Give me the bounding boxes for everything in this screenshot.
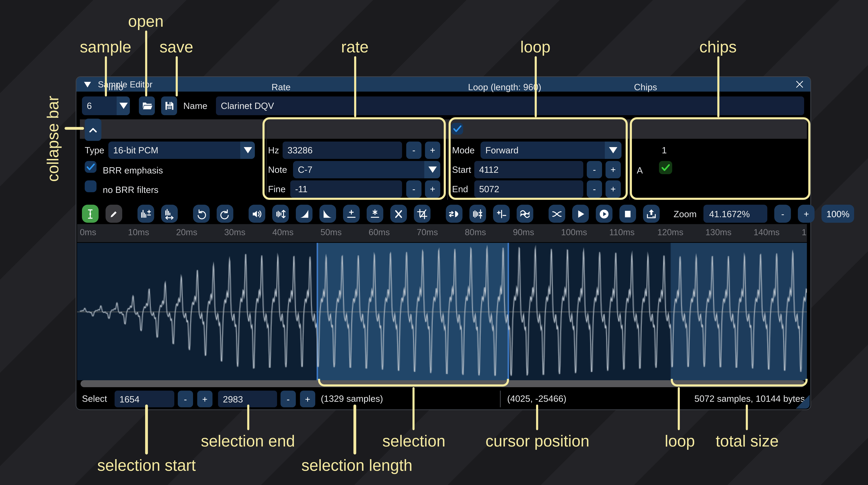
annotation-collapse-bar: collapse bar	[44, 81, 62, 182]
signed-unsigned-button[interactable]	[493, 205, 510, 223]
info-checkbox-label: no BRR filters	[103, 181, 158, 198]
total-size-text: 5072 samples, 10144 bytes	[694, 393, 805, 404]
chevron-up-icon	[88, 124, 99, 136]
annotation-line-sample	[104, 56, 107, 96]
close-icon[interactable]	[795, 79, 805, 90]
normalize-button[interactable]	[272, 205, 289, 223]
annotation-loop: loop	[520, 38, 551, 57]
preview-sample-button[interactable]	[596, 205, 613, 223]
insert-silence-button[interactable]	[343, 205, 360, 223]
window-titlebar[interactable]: Sample Editor	[76, 77, 810, 92]
annotation-sample: sample	[80, 38, 131, 57]
filter-icon	[519, 208, 530, 220]
selection-length-text: (1329 samples)	[321, 393, 383, 404]
annotation-loop-bottom: loop	[665, 432, 695, 451]
ruler-tick-label: 130ms	[706, 228, 732, 237]
screenshot-root: Sample Editor 6 Nam	[0, 0, 868, 485]
apply-silence-button[interactable]	[367, 205, 383, 223]
amplify-icon	[251, 208, 262, 220]
annotation-line-selection-length	[353, 405, 356, 454]
trim-icon	[416, 208, 428, 220]
pencil-icon	[108, 208, 119, 220]
crossfade-loop-points-button[interactable]	[549, 205, 565, 223]
zoom-out-button[interactable]: -	[774, 205, 791, 223]
zoom-label: Zoom	[674, 208, 696, 219]
rate-section-header: Rate	[272, 77, 290, 96]
zoom-input[interactable]: 41.1672%	[704, 205, 768, 223]
annotation-line-collapse-bar	[65, 127, 84, 129]
amplify-button[interactable]	[249, 205, 265, 223]
ruler-tick-label: 120ms	[657, 228, 683, 237]
selection-start-decrement-button[interactable]: -	[178, 391, 193, 407]
name-input[interactable]: Clarinet DQV	[216, 96, 804, 115]
waveform-display[interactable]	[77, 243, 807, 380]
redo-button[interactable]	[217, 205, 233, 223]
window-resize-grip[interactable]	[796, 395, 810, 409]
selection-start-input[interactable]: 1654	[115, 391, 174, 407]
loop-section-header: Loop (length: 960)	[468, 77, 541, 96]
ruler-tick-label: 20ms	[176, 228, 197, 237]
trim-button[interactable]	[414, 205, 431, 223]
select-label: Select	[82, 393, 107, 404]
rate-callout-box	[262, 117, 446, 200]
stop-sample-button[interactable]	[619, 205, 636, 223]
ruler-tick-label: 80ms	[465, 228, 486, 237]
undo-button[interactable]	[193, 205, 210, 223]
invert-button[interactable]	[469, 205, 486, 223]
edit-mode-select-button[interactable]	[82, 205, 99, 223]
ruler-tick-label: 30ms	[224, 228, 245, 237]
sample-slot-value: 6	[82, 96, 117, 115]
info-checkbox-0[interactable]	[85, 161, 96, 173]
chevron-down-icon[interactable]	[240, 141, 255, 159]
sample-slot-combo[interactable]: 6	[82, 96, 130, 115]
zoom-reset-button[interactable]: 100%	[822, 205, 854, 223]
resize-button[interactable]	[137, 205, 154, 223]
window-collapse-icon[interactable]	[84, 82, 91, 87]
fadeout-icon	[322, 208, 333, 220]
reverse-button[interactable]	[446, 205, 462, 223]
annotation-save: save	[159, 38, 193, 57]
delete-button[interactable]	[390, 205, 407, 223]
del-icon	[393, 208, 404, 220]
cursor-position-text: (4025, -25466)	[501, 393, 573, 404]
ruler-tick-label: 60ms	[369, 228, 390, 237]
applysil-icon	[369, 208, 380, 220]
chevron-down-icon[interactable]	[117, 96, 130, 115]
name-label: Name	[183, 97, 208, 115]
ruler-tick-label: 70ms	[416, 228, 438, 237]
edit-mode-draw-button[interactable]	[105, 205, 122, 223]
resample-button[interactable]	[161, 205, 178, 223]
annotation-line-loop	[534, 56, 537, 117]
selection-end-increment-button[interactable]: +	[300, 391, 315, 407]
apply-filter-button[interactable]	[517, 205, 533, 223]
annotation-line-selection-start	[145, 405, 148, 454]
crossfade-icon	[551, 208, 562, 220]
chips-section-header: Chips	[634, 77, 657, 96]
selection-end-decrement-button[interactable]: -	[281, 391, 296, 407]
zoom-in-button[interactable]: +	[798, 205, 815, 223]
save-sample-button[interactable]	[161, 96, 177, 115]
type-label: Type	[85, 141, 104, 159]
annotation-open: open	[128, 12, 164, 31]
sample-type-combo[interactable]: 16-bit PCM	[108, 141, 255, 159]
ruler-tick-label: 140ms	[753, 228, 780, 237]
fade-out-button[interactable]	[319, 205, 336, 223]
undo-icon	[196, 208, 207, 220]
import-sample-button[interactable]	[643, 205, 660, 223]
time-ruler[interactable]: 0ms10ms20ms30ms40ms50ms60ms70ms80ms90ms1…	[77, 224, 807, 242]
open-sample-button[interactable]	[139, 96, 155, 115]
play-icon	[575, 208, 586, 220]
fade-in-button[interactable]	[296, 205, 312, 223]
info-section-header: Info	[108, 77, 123, 96]
ibeam-icon	[85, 208, 96, 220]
annotation-line-loop-bottom	[677, 387, 680, 430]
play-sample-button[interactable]	[572, 205, 589, 223]
annotation-line-cursor-position	[536, 405, 538, 430]
selection-start-increment-button[interactable]: +	[197, 391, 213, 407]
info-checkbox-1[interactable]	[85, 181, 96, 192]
annotation-line-rate	[354, 56, 356, 117]
info-checkbox-label: BRR emphasis	[103, 162, 163, 179]
selection-bracket	[318, 379, 509, 386]
invert-icon	[472, 208, 483, 220]
collapse-bar-button[interactable]	[85, 119, 101, 141]
